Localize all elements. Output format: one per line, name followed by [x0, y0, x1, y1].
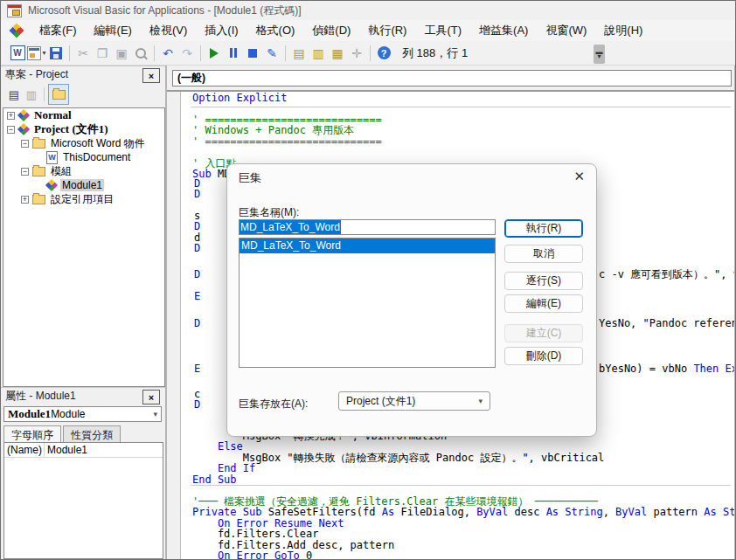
- collapse-icon[interactable]: −: [21, 168, 29, 176]
- project-explorer-icon[interactable]: ▤: [289, 44, 309, 63]
- dialog-title: 巨集: [239, 170, 261, 186]
- tree-item-module1[interactable]: Module1: [3, 178, 164, 192]
- code-line: Else: [192, 441, 243, 452]
- code-line: ' ============================: [192, 136, 382, 147]
- view-word-icon[interactable]: W: [8, 44, 27, 63]
- menu-items: 檔案(F)編輯(E)檢視(V)插入(I)格式(O)偵錯(D)執行(R)工具(T)…: [31, 20, 651, 41]
- properties-grid: (Name) Module1: [3, 442, 163, 559]
- code-line: End If: [192, 463, 255, 474]
- tree-item-thisdocument[interactable]: WThisDocument: [3, 150, 164, 164]
- macros-dialog: 巨集 ✕ 巨集名稱(M): MD_LaTeX_To_Word MD_LaTeX_…: [226, 163, 597, 437]
- tree-item-normal[interactable]: +Normal: [3, 108, 164, 122]
- collapse-icon[interactable]: −: [21, 140, 29, 148]
- run-macro-icon[interactable]: [205, 44, 224, 63]
- undo-icon[interactable]: ↶: [158, 44, 177, 63]
- tab-alphabetic[interactable]: 字母順序: [3, 425, 61, 442]
- toolbar-separator: [154, 45, 155, 61]
- break-icon[interactable]: [224, 44, 243, 63]
- toolbar-separator: [200, 45, 201, 61]
- code-line: D: [194, 399, 200, 410]
- object-dropdown[interactable]: (一般): [172, 70, 732, 86]
- property-row[interactable]: (Name) Module1: [4, 443, 163, 458]
- find-icon[interactable]: [131, 44, 150, 63]
- project-icon: [18, 124, 29, 135]
- insert-userform-icon[interactable]: ▾: [27, 44, 46, 63]
- delete-button[interactable]: 刪除(D): [504, 347, 583, 365]
- code-window-header: (一般): [167, 67, 736, 92]
- menu-edit[interactable]: 編輯(E): [86, 20, 141, 41]
- tab-categorized[interactable]: 性質分類: [63, 425, 121, 442]
- toolbox-icon[interactable]: ✛: [347, 44, 366, 63]
- tree-item-label: Normal: [32, 108, 73, 122]
- redo-icon[interactable]: ↷: [177, 44, 197, 63]
- expand-icon[interactable]: +: [7, 112, 15, 120]
- toggle-folders-button[interactable]: [48, 84, 69, 105]
- folder-icon: [32, 167, 45, 176]
- code-line: D: [194, 269, 200, 280]
- code-line: End Sub: [192, 474, 237, 485]
- window-title: Microsoft Visual Basic for Applications …: [28, 3, 302, 18]
- tree-item--[interactable]: +設定引用項目: [3, 192, 164, 206]
- code-line: D: [194, 189, 200, 199]
- menu-tools[interactable]: 工具(T): [415, 20, 470, 41]
- selected-object-type: Module: [51, 408, 85, 420]
- step-into-button[interactable]: 逐行(S): [504, 272, 583, 290]
- tree-item-project-1-[interactable]: −Project (文件1): [3, 122, 164, 136]
- cancel-button[interactable]: 取消: [504, 245, 583, 263]
- view-code-icon[interactable]: ▤: [5, 86, 23, 103]
- tree-item--[interactable]: −模組: [3, 164, 164, 178]
- procedure-separator: [191, 107, 731, 107]
- menu-debug[interactable]: 偵錯(D): [303, 20, 359, 41]
- word-doc-icon: W: [46, 151, 58, 164]
- toolbar-overflow-button[interactable]: ▬▾: [594, 45, 605, 64]
- macros-in-dropdown[interactable]: Project (文件1) ▾: [338, 391, 490, 411]
- tree-item-microsoft-word-[interactable]: −Microsoft Word 物件: [3, 136, 164, 150]
- project-icon: [18, 110, 29, 121]
- code-line: Option Explicit: [192, 93, 287, 103]
- menu-insert[interactable]: 插入(I): [196, 20, 246, 41]
- tree-item-label: Microsoft Word 物件: [49, 136, 147, 151]
- project-panel-close-icon[interactable]: ×: [142, 68, 160, 83]
- menu-run[interactable]: 執行(R): [359, 20, 415, 41]
- menu-view[interactable]: 檢視(V): [141, 20, 196, 41]
- macro-list[interactable]: MD_LaTeX_To_Word: [239, 238, 496, 368]
- design-mode-icon[interactable]: ✎: [262, 44, 281, 63]
- project-tree: +Normal−Project (文件1)−Microsoft Word 物件W…: [3, 107, 165, 387]
- run-button[interactable]: 執行(R): [504, 219, 583, 238]
- paste-icon[interactable]: ▣: [112, 44, 131, 63]
- properties-object-selector[interactable]: Module1 Module ▾: [3, 406, 162, 422]
- save-icon[interactable]: [46, 44, 66, 63]
- menu-format[interactable]: 格式(O): [247, 20, 304, 41]
- properties-panel-close-icon[interactable]: ×: [142, 390, 160, 404]
- code-line: D: [194, 221, 200, 232]
- reset-icon[interactable]: [243, 44, 262, 63]
- menu-help[interactable]: 說明(H): [595, 20, 651, 41]
- macros-in-label: 巨集存放在(A):: [239, 397, 308, 411]
- project-panel-toolbar: ▤ ▥: [1, 83, 165, 106]
- macro-name-input[interactable]: MD_LaTeX_To_Word: [239, 219, 496, 235]
- collapse-icon[interactable]: −: [7, 126, 15, 134]
- menu-addins[interactable]: 增益集(A): [470, 20, 537, 41]
- app-icon: [7, 4, 22, 17]
- macro-list-item[interactable]: MD_LaTeX_To_Word: [240, 239, 495, 253]
- menu-window[interactable]: 視窗(W): [537, 20, 595, 41]
- window-titlebar: Microsoft Visual Basic for Applications …: [1, 1, 735, 21]
- project-panel-title: 專案 - Project: [5, 67, 68, 82]
- edit-button[interactable]: 編輯(E): [504, 294, 583, 313]
- help-icon[interactable]: ?: [374, 44, 393, 63]
- expand-icon[interactable]: +: [21, 196, 29, 204]
- cut-icon[interactable]: ✂: [73, 44, 93, 63]
- code-line: fd.Filters.Clear: [192, 529, 319, 539]
- view-object-icon[interactable]: ▥: [23, 86, 40, 103]
- close-icon[interactable]: ✕: [573, 169, 585, 184]
- copy-icon[interactable]: ❐: [93, 44, 112, 63]
- tree-item-label: Module1: [60, 179, 104, 191]
- tree-item-label: 模組: [49, 164, 73, 179]
- object-browser-icon[interactable]: ▦: [328, 44, 347, 63]
- tree-item-label: Project (文件1): [32, 121, 110, 137]
- project-icon: [46, 180, 57, 190]
- toolbar-separator: [69, 45, 70, 61]
- properties-window-icon[interactable]: ▥: [309, 44, 328, 63]
- menu-file[interactable]: 檔案(F): [31, 20, 86, 41]
- macro-name-value: MD_LaTeX_To_Word: [240, 220, 341, 234]
